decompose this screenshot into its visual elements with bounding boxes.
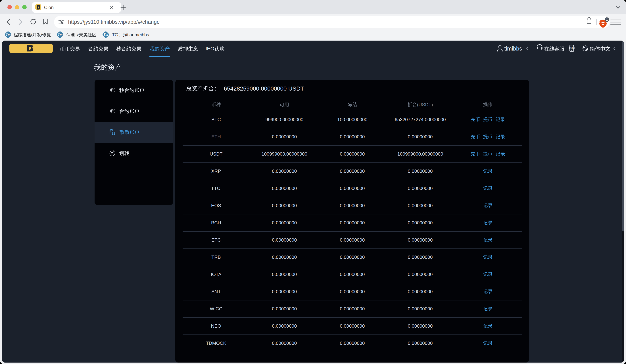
svg-text:APP: APP — [570, 47, 574, 49]
